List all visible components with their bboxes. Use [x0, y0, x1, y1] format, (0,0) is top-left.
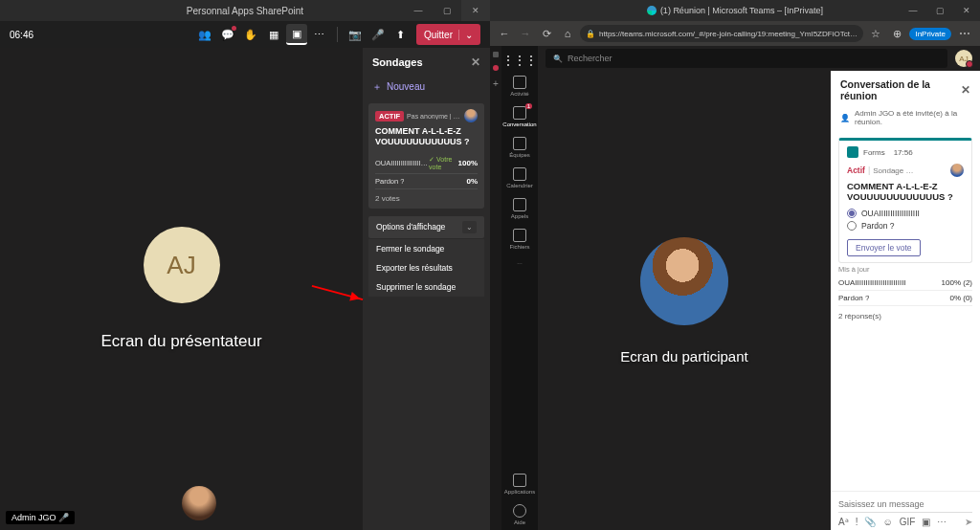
self-preview-avatar [182, 486, 216, 520]
min-icon[interactable]: — [404, 0, 433, 21]
close-chat-icon[interactable]: ✕ [961, 83, 970, 97]
apps-icon[interactable]: ▣ [286, 24, 307, 45]
teams-app-rail: ⋮⋮⋮ Activité Conversation1 Équipes Calen… [501, 46, 538, 530]
res1-pct: 100% (2) [942, 278, 972, 287]
emoji-icon[interactable]: ☺ [882, 517, 892, 527]
rail-chat[interactable]: Conversation1 [501, 101, 538, 132]
system-message: Admin JGO a été invité(e) à la réunion. [831, 107, 980, 136]
send-vote-button[interactable]: Envoyer le vote [847, 239, 921, 256]
tab-item-recording[interactable] [493, 65, 499, 71]
display-options-button[interactable]: Options d'affichage ⌄ [368, 216, 484, 238]
active-tag: ACTIF [375, 111, 404, 121]
participant-window: (1) Réunion | Microsoft Teams – [InPriva… [490, 0, 980, 530]
poll-question: COMMENT A-L-L-E-Z VOUUUUUUUUUUUUS ? [847, 181, 964, 203]
annotation-arrow [312, 285, 364, 300]
res1-label: OUAIIIIIIIIIIIIIIIIIIIIIIII [838, 278, 906, 287]
close-icon[interactable]: ✕ [461, 0, 490, 21]
back-icon[interactable]: ← [496, 25, 513, 42]
address-bar[interactable]: 🔒 https://teams.microsoft.com/_#/pre-joi… [580, 25, 863, 42]
send-icon[interactable]: ➤ [965, 517, 972, 527]
display-options-menu: Fermer le sondage Exporter les résultats… [368, 239, 484, 297]
presenter-window: Personnal Apps SharePoint — ▢ ✕ 06:46 👥 … [0, 0, 490, 530]
compose-input[interactable] [838, 497, 972, 513]
rail-apps[interactable]: Applications [501, 469, 538, 499]
polls-title: Sondages [372, 56, 423, 68]
search-input[interactable]: Rechercher [546, 49, 947, 68]
browser-more-icon[interactable]: ⋯ [955, 27, 974, 40]
camera-icon[interactable]: 📷 [345, 24, 366, 45]
rail-teams[interactable]: Équipes [501, 132, 538, 163]
plus-icon: ＋ [372, 81, 382, 92]
rail-activity[interactable]: Activité [501, 71, 538, 101]
breakout-icon[interactable]: ▦ [263, 24, 284, 45]
waffle-icon[interactable]: ⋮⋮⋮ [502, 50, 537, 71]
compose-area: Aᵃ ! 📎 ☺ GIF ▣ ⋯ ➤ [831, 491, 980, 530]
min-icon[interactable]: — [900, 0, 926, 21]
participant-badge: Admin JGO 🎤 [6, 511, 75, 524]
res2-pct: 0% (0) [949, 294, 972, 302]
poll-author-avatar [464, 109, 478, 122]
presenter-stage: AJ Ecran du présentateur Admin JGO 🎤 [0, 48, 363, 530]
export-results-item[interactable]: Exporter les résultats [368, 258, 484, 277]
rail-calls[interactable]: Appels [501, 193, 538, 224]
meeting-toolbar: 06:46 👥 💬 ✋ ▦ ▣ ⋯ 📷 🎤 ⬆ Quitter ⌄ [0, 21, 490, 48]
poll-question: COMMENT A-L-L-E-Z VOUUUUUUUUUUUS ? [375, 126, 478, 147]
chat-icon[interactable]: 💬 [217, 24, 238, 45]
new-poll-button[interactable]: ＋Nouveau [363, 75, 490, 103]
rail-files[interactable]: Fichiers [501, 224, 538, 254]
priority-icon[interactable]: ! [856, 517, 858, 527]
tab-item[interactable] [493, 52, 499, 57]
rail-help[interactable]: Aide [501, 499, 538, 530]
rail-more[interactable]: … [501, 254, 538, 270]
divider [337, 27, 338, 42]
titlebar-text: Personnal Apps SharePoint [187, 6, 303, 16]
forms-time: 17:56 [894, 148, 913, 157]
poll-option-1[interactable]: OUAIIIIIIIIIIIIIIIIII [847, 209, 964, 218]
poll-option-2: Pardon ? [375, 177, 404, 186]
forms-icon [847, 146, 858, 158]
browser-vertical-tabs: + [490, 46, 501, 530]
res2-label: Pardon ? [838, 294, 869, 302]
new-tab-icon[interactable]: + [493, 78, 499, 89]
leave-button[interactable]: Quitter ⌄ [416, 24, 480, 45]
raise-hand-icon[interactable]: ✋ [240, 24, 261, 45]
share-icon[interactable]: ⬆ [390, 24, 412, 45]
more-icon[interactable]: ⋯ [309, 24, 330, 45]
participant-stage: Ecran du participant [538, 71, 831, 530]
poll-option-1-pct: 100% [458, 159, 478, 167]
radio-opt2[interactable] [847, 221, 857, 231]
lock-icon: 🔒 [586, 30, 595, 38]
favorite-icon[interactable]: ☆ [867, 25, 884, 42]
mic-icon[interactable]: 🎤 [368, 24, 389, 45]
rail-calendar[interactable]: Calendrier [501, 163, 538, 193]
delete-poll-item[interactable]: Supprimer le sondage [368, 277, 484, 297]
poll-option-2-pct: 0% [466, 177, 478, 186]
reload-icon[interactable]: ⟳ [538, 25, 555, 42]
poll-type: Sondage … [873, 166, 947, 175]
close-panel-icon[interactable]: ✕ [471, 55, 480, 69]
sticker-icon[interactable]: ▣ [922, 517, 930, 527]
forward-icon[interactable]: → [517, 25, 534, 42]
max-icon[interactable]: ▢ [433, 0, 461, 21]
inprivate-badge: InPrivate [909, 28, 951, 40]
format-icon[interactable]: Aᵃ [838, 517, 849, 527]
meeting-timer: 06:46 [10, 30, 33, 40]
your-vote-indicator: Votre vote [429, 156, 454, 170]
poll-option-2[interactable]: Pardon ? [847, 221, 964, 231]
gif-icon[interactable]: GIF [900, 517, 916, 527]
radio-opt1[interactable] [847, 209, 857, 218]
forms-label: Forms [863, 148, 885, 157]
more-compose-icon[interactable]: ⋯ [937, 517, 947, 527]
max-icon[interactable]: ▢ [926, 0, 953, 21]
presenter-caption: Ecran du présentateur [100, 332, 261, 351]
people-icon[interactable]: 👥 [194, 24, 215, 45]
collections-icon[interactable]: ⊕ [888, 25, 905, 42]
attach-icon[interactable]: 📎 [864, 517, 876, 527]
user-avatar[interactable]: AJ [955, 50, 972, 67]
home-icon[interactable]: ⌂ [559, 25, 576, 42]
url-text: https://teams.microsoft.com/_#/pre-join-… [599, 30, 858, 38]
close-poll-item[interactable]: Fermer le sondage [368, 239, 484, 258]
close-icon[interactable]: ✕ [953, 0, 980, 21]
poll-active: Actif [847, 166, 865, 175]
chevron-down-icon[interactable]: ⌄ [458, 30, 473, 40]
